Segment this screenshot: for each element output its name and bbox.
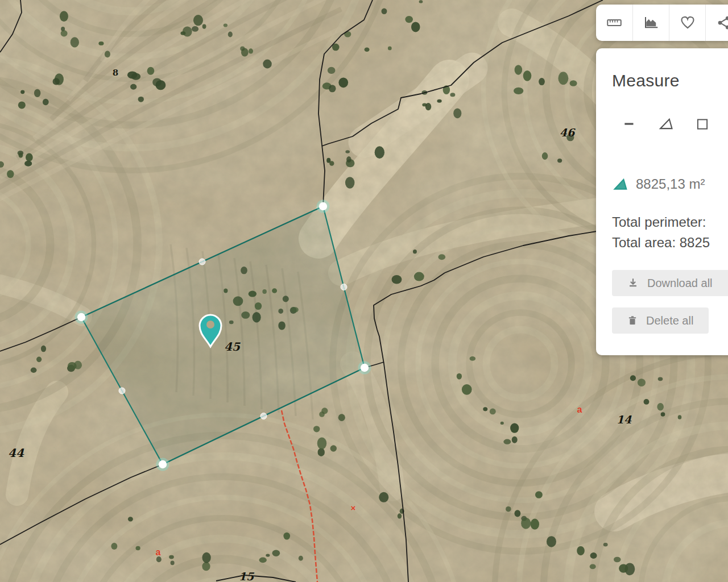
favorite-button[interactable] — [669, 5, 705, 41]
download-icon — [627, 277, 639, 289]
measure-panel: Measure 8825,13 m² Total perimeter: Tota… — [596, 48, 728, 355]
polygon-midpoint-handle[interactable] — [260, 413, 267, 419]
ruler-icon — [606, 14, 623, 31]
elevation-profile-button[interactable] — [632, 5, 669, 41]
share-button[interactable] — [705, 5, 728, 41]
download-all-label: Download all — [647, 277, 713, 290]
polygon-vertex[interactable] — [159, 460, 167, 468]
polygon-vertex[interactable] — [319, 202, 327, 210]
area-measurement-icon — [613, 177, 628, 192]
area-mode-icon — [658, 116, 674, 132]
polygon-midpoint-handle[interactable] — [119, 388, 125, 394]
measurement-result-row: 8825,13 m² — [613, 176, 705, 192]
rectangle-mode-icon — [695, 117, 710, 131]
polygon-vertex[interactable] — [361, 364, 369, 372]
download-all-button[interactable]: Download all — [612, 270, 728, 296]
measure-area-mode-button[interactable] — [657, 115, 675, 132]
panel-title: Measure — [612, 71, 680, 90]
line-mode-icon — [622, 117, 637, 131]
marker-pin-hole — [206, 321, 214, 329]
delete-all-label: Delete all — [646, 314, 693, 327]
measure-rectangle-mode-button[interactable] — [694, 115, 711, 132]
polygon-midpoint-handle[interactable] — [341, 284, 347, 290]
share-icon — [715, 14, 728, 31]
total-perimeter-text: Total perimeter: — [612, 212, 710, 232]
measure-line-mode-button[interactable] — [621, 115, 638, 132]
trash-icon — [627, 315, 638, 326]
delete-all-button[interactable]: Delete all — [612, 307, 709, 334]
elevation-chart-icon — [643, 14, 660, 31]
area-measurement-value: 8825,13 m² — [636, 176, 705, 192]
polygon-vertex[interactable] — [77, 313, 85, 321]
map-toolbar — [596, 5, 728, 41]
measure-mode-row — [621, 115, 711, 132]
measurement-totals: Total perimeter: Total area: 8825 — [612, 212, 710, 253]
ruler-tool-button[interactable] — [596, 5, 632, 41]
polygon-midpoint-handle[interactable] — [199, 259, 205, 265]
heart-icon — [679, 14, 696, 31]
total-area-text: Total area: 8825 — [612, 232, 710, 253]
